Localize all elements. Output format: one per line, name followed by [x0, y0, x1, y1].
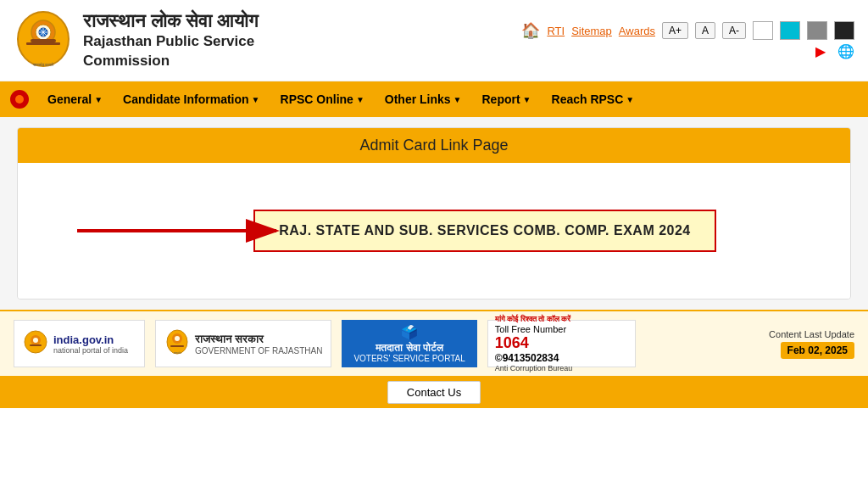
- candidate-arrow-icon: ▼: [252, 95, 260, 104]
- header-right: 🏠 RTI Sitemap Awards A+ A A- ▶ 🌐: [521, 21, 854, 59]
- home-icon[interactable]: 🏠: [521, 21, 540, 40]
- main-content: Admit Card Link Page RAJ. STATE AND SUB.…: [0, 117, 868, 310]
- voters-portal-icon: 🗳️: [401, 324, 418, 340]
- india-gov-title: india.gov.in: [53, 333, 128, 346]
- nav-reach-rpsc[interactable]: Reach RPSC ▼: [543, 84, 643, 115]
- bottom-bar: Contact Us: [0, 376, 868, 408]
- admit-card-title: Admit Card Link Page: [18, 128, 850, 163]
- font-increase-button[interactable]: A+: [662, 22, 688, 39]
- admit-card-container: Admit Card Link Page RAJ. STATE AND SUB.…: [17, 127, 851, 299]
- rpsc-arrow-icon: ▼: [356, 95, 364, 104]
- nav-rpsc-online[interactable]: RPSC Online ▼: [272, 84, 373, 115]
- raj-emblem: सत्यमेव: [164, 327, 190, 361]
- nav-other-links[interactable]: Other Links ▼: [376, 84, 470, 115]
- admit-card-body: RAJ. STATE AND SUB. SERVICES COMB. COMP.…: [18, 163, 850, 299]
- other-arrow-icon: ▼: [453, 95, 462, 104]
- ac-bureau-name: Anti Corruption Bureau: [495, 364, 628, 372]
- general-arrow-icon: ▼: [94, 95, 103, 104]
- ac-top-text: मांगे कोई रिश्वत तो कॉल करें: [495, 315, 628, 324]
- arrow-container: [69, 214, 289, 248]
- voters-portal-english: VOTERS' SERVICE PORTAL: [353, 354, 465, 363]
- svg-text:सत्यमेव: सत्यमेव: [173, 351, 181, 355]
- color-gray-box[interactable]: [807, 21, 827, 40]
- org-english-text: Rajasthan Public Service Commission: [83, 32, 258, 70]
- svg-rect-3: [31, 39, 56, 42]
- org-hindi-text: राजस्थान लोक सेवा आयोग: [83, 10, 258, 32]
- svg-point-15: [33, 338, 38, 343]
- header-left: सत्यमेव जयते राजस्थान लोक सेवा आयोग Raja…: [14, 7, 258, 74]
- site-header: सत्यमेव जयते राजस्थान लोक सेवा आयोग Raja…: [0, 0, 868, 81]
- report-arrow-icon: ▼: [523, 95, 531, 104]
- exam-button[interactable]: RAJ. STATE AND SUB. SERVICES COMB. COMP.…: [253, 210, 716, 252]
- top-links: 🏠 RTI Sitemap Awards A+ A A-: [521, 21, 854, 40]
- content-update-label: Content Last Update: [769, 329, 854, 339]
- bottom-header-links: ▶ 🌐: [815, 43, 854, 59]
- rajasthan-sarkar-logo[interactable]: सत्यमेव राजस्थान सरकार GOVERNMENT OF RAJ…: [155, 320, 331, 367]
- raj-sarkar-hindi: राजस्थान सरकार: [195, 333, 322, 346]
- india-gov-logo[interactable]: india.gov.in national portal of india: [14, 320, 145, 367]
- color-white-box[interactable]: [753, 21, 773, 40]
- footer: india.gov.in national portal of india सत…: [0, 310, 868, 376]
- india-gov-emblem: [23, 329, 48, 358]
- svg-rect-16: [30, 344, 42, 346]
- rti-link[interactable]: RTI: [547, 25, 565, 37]
- emblem: सत्यमेव जयते: [14, 7, 73, 74]
- nav-report[interactable]: Report ▼: [473, 84, 539, 115]
- voters-portal-logo[interactable]: 🗳️ मतदाता सेवा पोर्टल VOTERS' SERVICE PO…: [342, 320, 476, 367]
- font-normal-button[interactable]: A: [695, 22, 715, 39]
- svg-text:सत्यमेव जयते: सत्यमेव जयते: [32, 62, 53, 67]
- sitemap-link[interactable]: Sitemap: [571, 25, 612, 37]
- reach-arrow-icon: ▼: [626, 95, 634, 104]
- ac-phone: ©9413502834: [495, 352, 628, 364]
- contact-us-button[interactable]: Contact Us: [387, 381, 481, 404]
- main-navbar: General ▼ Candidate Information ▼ RPSC O…: [0, 81, 868, 117]
- red-arrow-icon: [69, 214, 289, 248]
- globe-icon[interactable]: 🌐: [837, 43, 854, 59]
- svg-rect-20: [170, 345, 184, 347]
- color-dark-box[interactable]: [834, 21, 854, 40]
- awards-link[interactable]: Awards: [619, 25, 655, 37]
- anti-corruption-banner[interactable]: मांगे कोई रिश्वत तो कॉल करें Toll Free N…: [487, 320, 636, 367]
- content-update: Content Last Update Feb 02, 2025: [769, 329, 854, 359]
- ac-number: 1064: [495, 334, 628, 352]
- nav-candidate-information[interactable]: Candidate Information ▼: [114, 84, 268, 115]
- svg-rect-4: [26, 42, 60, 45]
- nav-general[interactable]: General ▼: [39, 84, 111, 115]
- color-cyan-box[interactable]: [780, 21, 800, 40]
- org-name: राजस्थान लोक सेवा आयोग Rajasthan Public …: [83, 10, 258, 70]
- content-update-date: Feb 02, 2025: [781, 342, 854, 359]
- india-gov-subtitle: national portal of india: [53, 346, 128, 355]
- raj-sarkar-english: GOVERNMENT OF RAJASTHAN: [195, 346, 322, 355]
- voters-portal-hindi: मतदाता सेवा पोर्टल: [376, 342, 443, 354]
- nav-dot-icon: [10, 90, 29, 109]
- youtube-icon[interactable]: ▶: [815, 43, 826, 59]
- font-decrease-button[interactable]: A-: [722, 22, 746, 39]
- svg-point-19: [175, 336, 180, 341]
